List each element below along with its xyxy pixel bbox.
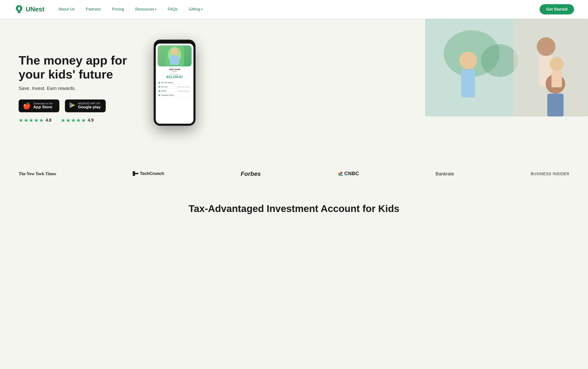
app-store-label: App Store [33, 105, 53, 110]
svg-rect-17 [551, 71, 562, 87]
app-store-pre-label: Download on the [33, 102, 53, 105]
phone-menu: One-Time Deposit › Recurring $175, Twice… [158, 81, 192, 97]
google-play-rating: ★ ★ ★ ★ ★ 4.9 [61, 117, 94, 123]
phone-screen: John Smith Age 4 Account Value $12,155.8… [156, 43, 193, 124]
nav-partners[interactable]: Partners [86, 7, 101, 12]
press-section: The New York Times TechCrunch Forbes CNB… [0, 158, 588, 189]
press-business-insider: BUSINESS INSIDER [531, 172, 569, 176]
google-play-score: 4.9 [88, 118, 94, 123]
svg-rect-23 [134, 173, 138, 174]
phone-mockup: John Smith Age 4 Account Value $12,155.8… [154, 40, 196, 126]
nav-pricing[interactable]: Pricing [112, 7, 124, 12]
ratings-row: ★ ★ ★ ★ ★ 4.8 ★ ★ ★ ★ ★ 4.9 [19, 117, 140, 123]
svg-point-0 [18, 8, 20, 10]
phone-menu-item-2: Portfolio Age-Based Moderate › [158, 89, 192, 93]
phone-menu-item-0: One-Time Deposit › [158, 81, 192, 85]
press-nyt: The New York Times [19, 172, 56, 176]
logo-text: UNest [26, 6, 44, 13]
svg-rect-11 [461, 69, 475, 97]
hero-family-image [425, 19, 588, 116]
phone-child-name: John Smith [158, 68, 192, 71]
family-svg [425, 19, 588, 116]
bottom-section: Tax-Advantaged Investment Account for Ki… [0, 189, 588, 224]
app-store-stars: ★ ★ ★ ★ ★ [19, 117, 44, 123]
google-play-icon [69, 102, 76, 110]
phone-profile: John Smith Age 4 [158, 68, 192, 72]
phone-balance: $12,155.87 [158, 75, 192, 79]
gifting-chevron-icon: ▾ [201, 8, 202, 11]
hero-section: The money app for your kids' future Save… [0, 19, 588, 158]
svg-point-10 [459, 52, 477, 69]
family-scene [425, 19, 588, 116]
app-buttons: 🍎 Download on the App Store [19, 100, 140, 112]
phone-child-age: Age 4 [158, 71, 192, 72]
phone-header-image [158, 45, 192, 66]
apple-icon: 🍎 [23, 102, 31, 110]
press-forbes: Forbes [241, 170, 261, 177]
svg-rect-15 [547, 94, 564, 116]
nav-links: About Us Partners Pricing Resources ▾ FA… [59, 7, 539, 12]
logo[interactable]: UNest [14, 4, 44, 14]
nav-about[interactable]: About Us [59, 7, 75, 12]
google-play-button[interactable]: ANDROID APP ON Google play [65, 100, 106, 112]
get-started-button[interactable]: Get Started [539, 4, 574, 14]
press-bankrate: Bankrate [436, 171, 454, 177]
app-store-score: 4.8 [46, 118, 51, 123]
navbar: UNest About Us Partners Pricing Resource… [0, 0, 588, 19]
resources-chevron-icon: ▾ [155, 8, 156, 11]
app-store-rating: ★ ★ ★ ★ ★ 4.8 [19, 117, 51, 123]
press-techcrunch: TechCrunch [133, 171, 164, 177]
hero-right: John Smith Age 4 Account Value $12,155.8… [149, 33, 569, 144]
hero-title: The money app for your kids' future [19, 54, 140, 82]
google-play-label: Google play [78, 105, 100, 110]
hero-left: The money app for your kids' future Save… [19, 54, 140, 123]
cnbc-peacock-icon [337, 171, 343, 176]
bottom-title: Tax-Advantaged Investment Account for Ki… [19, 203, 569, 214]
svg-point-12 [537, 37, 555, 56]
google-play-stars: ★ ★ ★ ★ ★ [61, 117, 86, 123]
phone-menu-item-3: Transaction History › [158, 93, 192, 97]
google-play-pre-label: ANDROID APP ON [78, 102, 100, 105]
phone-menu-item-1: Recurring $175, Twice a Month › [158, 85, 192, 89]
app-store-button[interactable]: 🍎 Download on the App Store [19, 100, 59, 112]
nav-faqs[interactable]: FAQs [168, 7, 178, 12]
hero-subtitle: Save. Invest. Earn rewards. [19, 86, 140, 91]
logo-icon [14, 4, 24, 14]
nav-resources[interactable]: Resources ▾ [135, 7, 156, 12]
svg-point-8 [481, 44, 518, 77]
svg-rect-21 [170, 55, 179, 65]
nav-gifting[interactable]: Gifting ▾ [189, 7, 202, 12]
press-cnbc: CNBC [337, 171, 359, 177]
svg-point-16 [550, 57, 564, 71]
svg-point-20 [171, 48, 178, 55]
